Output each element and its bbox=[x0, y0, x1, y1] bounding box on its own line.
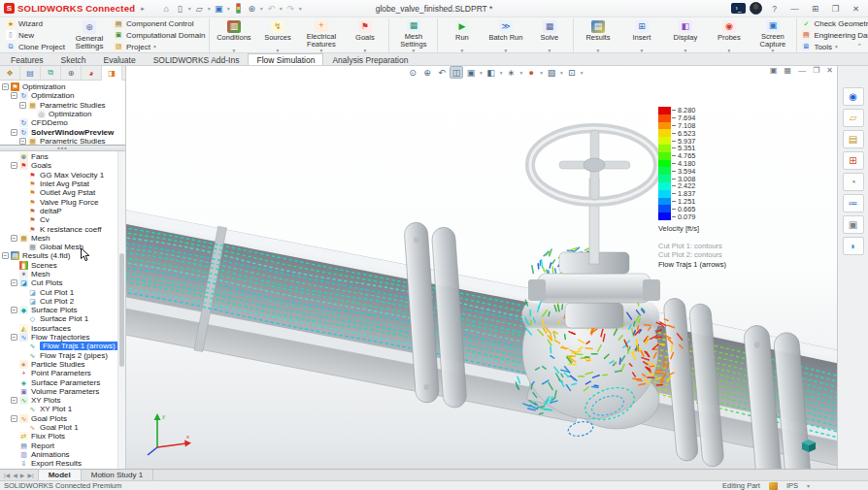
section-view-button[interactable]: ◫ bbox=[450, 66, 463, 79]
unit-system-selector[interactable]: IPS bbox=[786, 481, 798, 490]
analysis-tree-item-xy-plots[interactable]: −∿XY Plots bbox=[0, 396, 117, 405]
analysis-tree-item-cut-plot-1[interactable]: +◪Cut Plot 1 bbox=[0, 287, 117, 296]
mesh-settings-button[interactable]: ▦Mesh Settings▾ bbox=[391, 18, 435, 52]
panel-tab-feature-manager[interactable]: ❖ bbox=[0, 66, 20, 80]
analysis-tree-item-surface-plot-1[interactable]: +◇Surface Plot 1 bbox=[0, 314, 117, 323]
doc-minimize-button[interactable]: — bbox=[798, 66, 806, 75]
tree-expander[interactable]: − bbox=[11, 415, 17, 422]
tree-expander[interactable]: − bbox=[11, 334, 17, 341]
dropdown-caret[interactable]: ▾ bbox=[461, 49, 464, 52]
open-button[interactable]: ▱ bbox=[193, 2, 206, 16]
project-tree-item-cfddemo[interactable]: +↻CFDDemo bbox=[0, 118, 125, 127]
analysis-tree-item-flow-trajs-1-arrows-[interactable]: +∿Flow Trajs 1 (arrows) bbox=[0, 342, 117, 350]
tab-solidworks-add-ins[interactable]: SOLIDWORKS Add-Ins bbox=[145, 53, 249, 65]
home-button[interactable]: ⌂ bbox=[160, 2, 173, 16]
analysis-tree-item-cut-plots[interactable]: −◪Cut Plots bbox=[0, 278, 117, 287]
previous-view-button[interactable]: ↶ bbox=[435, 66, 449, 79]
analysis-tree-item-valve-plug-force[interactable]: +⚑Valve Plug Force bbox=[0, 197, 117, 206]
redo-button[interactable]: ↷ bbox=[284, 2, 297, 16]
save-caret[interactable]: ▾ bbox=[227, 5, 230, 12]
tab-navigation-arrows[interactable]: |◀◀▶▶| bbox=[0, 470, 39, 480]
tab-flow-simulation[interactable]: Flow Simulation bbox=[248, 53, 323, 65]
analysis-tree-item-mesh[interactable]: −▦Mesh bbox=[0, 234, 117, 243]
doc-restore-button[interactable]: ❐ bbox=[813, 66, 819, 75]
solve-button[interactable]: ▦Solve▾ bbox=[527, 18, 571, 52]
open-caret[interactable]: ▾ bbox=[208, 5, 211, 12]
analysis-tree-item-surface-plots[interactable]: −◆Surface Plots bbox=[0, 306, 117, 314]
tab-evaluate[interactable]: Evaluate bbox=[95, 53, 145, 65]
tree-expander[interactable]: − bbox=[2, 83, 9, 90]
dropdown-caret[interactable]: ▾ bbox=[728, 49, 731, 52]
graphics-viewport[interactable]: ⊙⊕↶◫▣▾◧▾∗▾●▾▧▾⊡▾ ▣ ▦ — ❐ ✕ 8.2807.6947.1… bbox=[126, 66, 837, 469]
dropdown-caret[interactable]: ▾ bbox=[277, 49, 280, 52]
dropdown-caret[interactable]: ▾ bbox=[320, 49, 323, 52]
view-settings-button[interactable]: ⊡ bbox=[565, 66, 579, 79]
display-style-button[interactable]: ◧ bbox=[484, 66, 498, 79]
analysis-tree-item-k-resistance-coeff[interactable]: +⚑K resistance coeff bbox=[0, 224, 117, 233]
conditions-button[interactable]: ▥Conditions▾ bbox=[212, 18, 255, 52]
general-settings-button[interactable]: ⊛General Settings bbox=[69, 20, 110, 50]
undo-button[interactable]: ↶ bbox=[265, 2, 278, 16]
velocity-color-legend[interactable]: 8.2807.6947.1086.5235.9375.3514.7654.180… bbox=[658, 107, 726, 269]
analysis-tree-item-point-parameters[interactable]: ++Point Parameters bbox=[0, 369, 117, 377]
panel-tab-flow-simulation-manager[interactable]: ◨ bbox=[102, 66, 122, 81]
unit-system-caret[interactable]: ▾ bbox=[807, 482, 810, 489]
file-explorer-icon[interactable]: ▤ bbox=[843, 130, 864, 148]
panel-tab-property-manager[interactable]: ▤ bbox=[20, 66, 41, 80]
analysis-tree-item-report[interactable]: +▤Report bbox=[0, 441, 117, 450]
tree-expander[interactable]: − bbox=[11, 129, 17, 136]
panel-tab-dimxpert-manager[interactable]: ⊕ bbox=[61, 66, 82, 80]
dropdown-caret[interactable]: ▾ bbox=[233, 49, 236, 52]
tree-expander[interactable]: − bbox=[19, 138, 26, 145]
toolbox-icon[interactable]: ⊞ bbox=[843, 151, 864, 170]
tree-expander[interactable]: − bbox=[2, 252, 9, 259]
component-control-button[interactable]: ▤Component Control bbox=[114, 18, 205, 29]
results-button[interactable]: ▤Results▾ bbox=[576, 18, 619, 52]
dropdown-caret[interactable]: ▾ bbox=[597, 49, 600, 52]
view-orientation-caret[interactable]: ▾ bbox=[480, 70, 483, 76]
document-recovery-icon[interactable]: ▣ bbox=[843, 215, 864, 234]
analysis-tree-item-cv[interactable]: +⚑Cv bbox=[0, 215, 117, 224]
tree-expander[interactable]: − bbox=[11, 162, 17, 169]
analysis-tree-item-goal-plot-1[interactable]: +∿Goal Plot 1 bbox=[0, 423, 117, 432]
dropdown-caret[interactable]: ▾ bbox=[153, 45, 156, 49]
doc-tile-icon[interactable]: ▦ bbox=[785, 66, 792, 75]
settings-button[interactable]: ⊛ bbox=[246, 2, 258, 16]
sources-button[interactable]: ↯Sources▾ bbox=[255, 18, 299, 52]
analysis-tree-item-animations[interactable]: +▥Animations bbox=[0, 450, 117, 459]
layout-button[interactable]: ⊞ bbox=[807, 2, 823, 16]
dropdown-caret[interactable]: ▾ bbox=[549, 49, 551, 52]
analysis-tree-item-xy-plot-1[interactable]: +∿XY Plot 1 bbox=[0, 405, 117, 413]
analysis-tree-item-deltap[interactable]: +⚑deltaP bbox=[0, 207, 117, 215]
view-settings-caret[interactable]: ▾ bbox=[581, 70, 584, 76]
batch-run-button[interactable]: ≫Batch Run▾ bbox=[484, 18, 527, 52]
analysis-tree-item-flow-trajs-2-pipes-[interactable]: +∿Flow Trajs 2 (pipes) bbox=[0, 351, 117, 360]
panel-splitter[interactable]: ▪▪▪ bbox=[0, 145, 125, 151]
redo-caret[interactable]: ▾ bbox=[299, 5, 302, 12]
display-button[interactable]: ◧Display▾ bbox=[663, 18, 707, 52]
tab-features[interactable]: Features bbox=[2, 53, 52, 65]
edit-appearance-button[interactable]: ● bbox=[524, 66, 538, 79]
analysis-tree-item-flux-plots[interactable]: +⇄Flux Plots bbox=[0, 432, 117, 441]
comments-icon[interactable]: ◗ bbox=[843, 237, 864, 255]
analysis-tree-item-export-results[interactable]: +⇩Export Results bbox=[0, 459, 117, 468]
analysis-tree-item-isosurfaces[interactable]: +◭Isosurfaces bbox=[0, 324, 117, 333]
project-tree-item-optimization[interactable]: −↻Optimization bbox=[0, 91, 125, 100]
tree-scrollbar-thumb[interactable] bbox=[119, 253, 124, 368]
tab-analysis-preparation[interactable]: Analysis Preparation bbox=[323, 53, 417, 65]
apply-scene-caret[interactable]: ▾ bbox=[560, 70, 563, 76]
3dexperience-home-icon[interactable]: ◉ bbox=[843, 87, 864, 106]
display-style-caret[interactable]: ▾ bbox=[500, 70, 503, 76]
analysis-tree-item-volume-parameters[interactable]: +▣Volume Parameters bbox=[0, 387, 117, 396]
tree-expander[interactable]: − bbox=[11, 235, 17, 242]
project-tree-item-optimization[interactable]: −⚑Optimization bbox=[0, 82, 125, 91]
apply-scene-button[interactable]: ▧ bbox=[545, 66, 558, 79]
tree-expander[interactable]: − bbox=[11, 279, 17, 286]
new-document-button[interactable]: ▯ bbox=[174, 2, 186, 16]
project-tree-item-parametric-studies[interactable]: −▦Parametric Studies bbox=[0, 137, 125, 145]
lifecycle-status-button[interactable] bbox=[232, 2, 245, 16]
analysis-tree-item-scenes[interactable]: +▮Scenes bbox=[0, 261, 117, 270]
analysis-tree-item-gg-max-velocity-1[interactable]: +⚑GG Max Velocity 1 bbox=[0, 171, 117, 180]
tab-model[interactable]: Model bbox=[39, 470, 82, 480]
doc-close-button[interactable]: ✕ bbox=[826, 66, 833, 75]
